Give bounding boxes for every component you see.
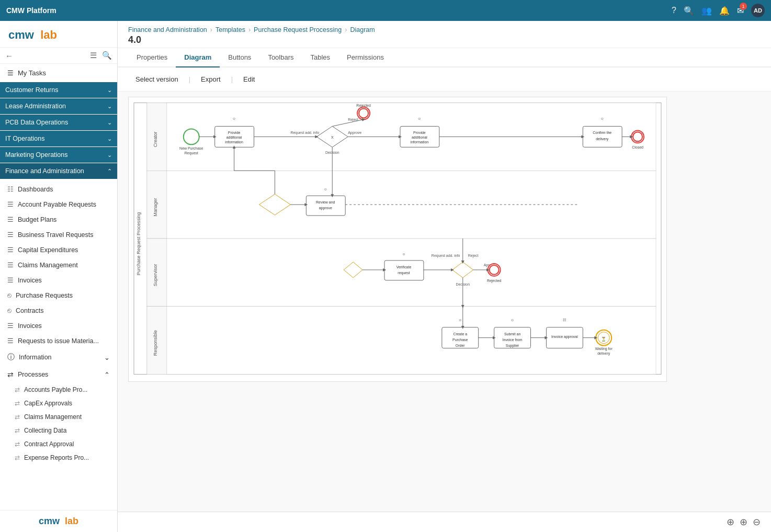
sidebar-item-marketing[interactable]: Marketing Operations ⌄ — [0, 147, 117, 163]
nav-requests-materials[interactable]: ☰ Requests to issue Materia... — [0, 333, 117, 348]
svg-text:Creator: Creator — [153, 131, 158, 147]
process-capex[interactable]: ⇄ CapEx Approvals — [0, 397, 117, 410]
list-icon[interactable]: ☰ — [90, 51, 97, 60]
content-header: Finance and Administration › Templates ›… — [118, 21, 771, 48]
contracts-icon: ⎋ — [7, 307, 12, 314]
svg-text:Supplier: Supplier — [506, 344, 519, 348]
sidebar-toolbar: ← ☰ 🔍 — [0, 48, 117, 64]
svg-text:delivery: delivery — [597, 352, 610, 356]
breadcrumb-purchase[interactable]: Purchase Request Processing — [254, 26, 342, 33]
help-icon[interactable]: ? — [672, 6, 676, 15]
zoom-out-icon[interactable]: ⊖ — [753, 516, 761, 528]
svg-text:Create a: Create a — [453, 332, 467, 336]
breadcrumb-templates[interactable]: Templates — [216, 26, 245, 33]
process-label-0: Accounts Payble Pro... — [24, 386, 87, 393]
process-expense-reports[interactable]: ⇄ Expense Reports Pro... — [0, 451, 117, 465]
sidebar-item-lease-admin[interactable]: Lease Administration ⌄ — [0, 98, 117, 114]
sidebar-item-it-ops[interactable]: IT Operations ⌄ — [0, 131, 117, 146]
zoom-fit-icon[interactable]: ⊕ — [727, 516, 734, 528]
finance-chevron: ⌃ — [107, 168, 112, 175]
contracts-label: Contracts — [16, 307, 44, 314]
process-claims-mgmt[interactable]: ⇄ Claims Management — [0, 410, 117, 424]
svg-text:Rejected: Rejected — [487, 279, 502, 283]
marketing-chevron: ⌄ — [107, 152, 112, 159]
process-icon-5: ⇄ — [15, 454, 20, 461]
nav-invoices-2[interactable]: ☰ Invoices — [0, 318, 117, 333]
breadcrumb-finance[interactable]: Finance and Administration — [128, 26, 207, 33]
tab-toolbars[interactable]: Toolbars — [259, 48, 302, 67]
tabs: Properties Diagram Buttons Toolbars Tabl… — [118, 48, 771, 67]
messages-icon[interactable]: ✉ 1 — [737, 6, 744, 16]
svg-text:request: request — [398, 271, 410, 275]
sidebar-item-customer-returns[interactable]: Customer Returns ⌄ — [0, 82, 117, 98]
invoices1-label: Invoices — [18, 277, 42, 284]
collapse-icon[interactable]: ← — [5, 51, 13, 60]
account-payable-label: Account Payable Requests — [18, 201, 96, 208]
tab-properties[interactable]: Properties — [128, 48, 176, 67]
budget-icon: ☰ — [7, 216, 14, 223]
svg-text:Order: Order — [456, 344, 465, 347]
sidebar-item-finance[interactable]: Finance and Administration ⌃ — [0, 163, 117, 179]
nav-account-payable[interactable]: ☰ Account Payable Requests — [0, 197, 117, 212]
processes-icon: ⇄ — [7, 370, 14, 379]
zoom-in-icon[interactable]: ⊕ — [740, 516, 747, 528]
dashboards-icon: ☷ — [7, 185, 14, 193]
topbar: CMW Platform ? 🔍 👥 🔔 ✉ 1 AD — [0, 0, 771, 21]
sidebar-item-pcb[interactable]: PCB Data Operations ⌄ — [0, 115, 117, 130]
information-section-header[interactable]: ⓘ Information ⌄ — [0, 348, 117, 366]
process-accounts-payble[interactable]: ⇄ Accounts Payble Pro... — [0, 383, 117, 397]
tab-permissions[interactable]: Permissions — [338, 48, 392, 67]
topbar-actions: ? 🔍 👥 🔔 ✉ 1 AD — [672, 4, 765, 17]
sidebar: cmw lab ← ☰ 🔍 ☰ My Tasks Customer Return… — [0, 21, 118, 532]
requests-mat-icon: ☰ — [7, 337, 14, 345]
my-tasks-item[interactable]: ☰ My Tasks — [0, 64, 117, 82]
breadcrumb-diagram: Diagram — [350, 26, 375, 33]
tab-buttons[interactable]: Buttons — [220, 48, 259, 67]
nav-dashboards[interactable]: ☷ Dashboards — [0, 182, 117, 197]
edit-button[interactable]: Edit — [236, 73, 262, 86]
svg-text:Purchase: Purchase — [452, 338, 468, 342]
process-contract-approval[interactable]: ⇄ Contract Approval — [0, 437, 117, 451]
svg-text:Request add. info: Request add. info — [432, 254, 460, 258]
svg-text:Request: Request — [185, 151, 198, 155]
users-icon[interactable]: 👥 — [701, 6, 712, 16]
tab-diagram[interactable]: Diagram — [176, 48, 220, 67]
svg-text:Approve: Approve — [348, 131, 361, 135]
search-icon[interactable]: 🔍 — [684, 6, 694, 16]
nav-capital-exp[interactable]: ☰ Capital Expenditures — [0, 242, 117, 257]
nav-business-travel[interactable]: ☰ Business Travel Requests — [0, 227, 117, 242]
nav-invoices-1[interactable]: ☰ Invoices — [0, 273, 117, 288]
main-layout: cmw lab ← ☰ 🔍 ☰ My Tasks Customer Return… — [0, 21, 771, 532]
footer-logo-lab: lab — [65, 516, 78, 526]
finance-section: ☷ Dashboards ☰ Account Payable Requests … — [0, 179, 117, 467]
sidebar-search-icon[interactable]: 🔍 — [102, 51, 112, 60]
nav-claims[interactable]: ☰ Claims Management — [0, 257, 117, 273]
notifications-icon[interactable]: 🔔 — [719, 6, 730, 16]
process-collecting-data[interactable]: ⇄ Collecting Data — [0, 424, 117, 437]
marketing-label: Marketing Operations — [5, 151, 68, 159]
nav-contracts[interactable]: ⎋ Contracts — [0, 303, 117, 318]
lease-admin-chevron: ⌄ — [107, 103, 112, 110]
nav-budget-plans[interactable]: ☰ Budget Plans — [0, 212, 117, 227]
tab-tables[interactable]: Tables — [302, 48, 339, 67]
svg-text:X: X — [331, 135, 334, 139]
invoices2-label: Invoices — [18, 322, 42, 330]
process-icon-0: ⇄ — [15, 386, 20, 393]
svg-text:Verificate: Verificate — [396, 265, 412, 269]
process-label-2: Claims Management — [24, 413, 82, 421]
purchase-req-label: Purchase Requests — [16, 292, 73, 299]
svg-text:additional: additional — [226, 135, 242, 139]
user-avatar[interactable]: AD — [751, 4, 765, 17]
message-badge: 1 — [740, 3, 747, 10]
process-label-5: Expense Reports Pro... — [24, 454, 89, 461]
capital-exp-label: Capital Expenditures — [18, 246, 78, 254]
business-travel-icon: ☰ — [7, 231, 14, 239]
logo: cmw lab — [0, 21, 117, 48]
select-version-button[interactable]: Select version — [128, 73, 186, 86]
processes-section-header[interactable]: ⇄ Processes ⌃ — [0, 366, 117, 383]
svg-point-13 — [184, 129, 199, 144]
export-button[interactable]: Export — [194, 73, 228, 86]
process-icon-2: ⇄ — [15, 413, 20, 421]
nav-purchase-requests[interactable]: ⎋ Purchase Requests — [0, 288, 117, 303]
svg-text:Invoice from: Invoice from — [503, 338, 523, 342]
